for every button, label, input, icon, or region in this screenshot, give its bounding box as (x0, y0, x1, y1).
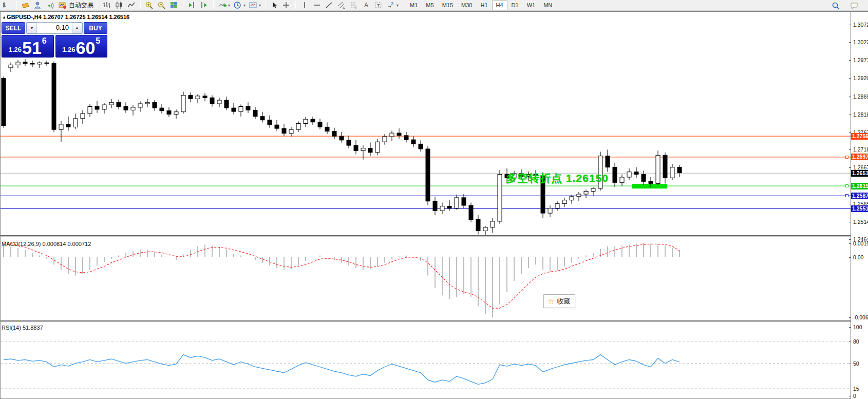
toolbar-separator (98, 1, 98, 9)
line-handle-1.2697[interactable] (845, 156, 848, 159)
line-chart-mode-button[interactable] (125, 1, 138, 10)
volume-decrease-button[interactable]: ▼ (27, 23, 37, 33)
macd-0.00-tick (849, 257, 851, 258)
symbol-ohlc-text: GBPUSD-,H4 1.26707 1.26725 1.26514 1.265… (7, 14, 129, 20)
highlight-zone[interactable] (632, 184, 667, 188)
price-1.3022-tick (849, 42, 851, 43)
vertical-line-button[interactable] (298, 1, 311, 10)
favorite-tooltip[interactable]: ☆ 收藏 (543, 294, 575, 308)
macd-panel-graphics (4, 242, 680, 317)
search-icon (832, 2, 841, 10)
timeframe-d1-button[interactable]: D1 (507, 1, 523, 10)
price-tag-1.2651: 1.2651 (851, 170, 868, 177)
buy-button[interactable]: BUY (84, 22, 107, 34)
price-1.3022-label: 1.3022 (853, 39, 868, 45)
chart-autoscroll-button[interactable] (198, 1, 211, 10)
rsi-80-label: 80 (853, 338, 859, 345)
macd-0.00154-label: 0.00154 (853, 240, 868, 246)
price-tag-1.2697: 1.2697 (851, 154, 868, 160)
tile-windows-button[interactable] (168, 1, 180, 10)
add-indicator-icon (218, 1, 227, 9)
rsi-80-tick (849, 341, 851, 342)
rsi-50-tick (849, 364, 851, 364)
buy-price-prefix: 1.26 (62, 46, 75, 53)
timeframe-m1-button[interactable]: M1 (406, 1, 422, 10)
bar-chart-mode-button[interactable] (101, 1, 113, 10)
toolbar-separator (403, 1, 403, 9)
line-handle-1.2615[interactable] (845, 184, 848, 187)
toolbar-separator (265, 1, 266, 9)
window-marker-icon: ▴ (3, 15, 5, 20)
mt4-terminal: 单自动交易▾▾▾EFAT▾M1M5M15M30H1H4D1W1MN ▴ GBPU… (0, 0, 868, 399)
timeframe-m30-button[interactable]: M30 (457, 1, 476, 10)
price-1.2920-label: 1.2920 (853, 75, 868, 81)
sell-button[interactable]: SELL (2, 22, 25, 34)
templates-button[interactable]: ▾ (247, 1, 262, 10)
fibonacci-button[interactable]: F (348, 1, 360, 10)
rsi-0-tick (849, 396, 851, 396)
svg-text:F: F (355, 6, 357, 9)
chart-autoscroll-icon (200, 1, 209, 9)
timeframe-m15-button[interactable]: M15 (438, 1, 457, 10)
timeframe-m5-button[interactable]: M5 (422, 1, 438, 10)
price-axis[interactable]: 1.30721.30221.29711.29201.28691.28181.27… (851, 12, 868, 399)
timeframe-mn-button[interactable]: MN (539, 1, 556, 10)
volume-increase-button[interactable]: ▲ (72, 23, 82, 33)
timeframe-w1-button[interactable]: W1 (523, 1, 540, 10)
shapes-icon (386, 1, 395, 9)
volume-input[interactable]: 0.10 (37, 23, 72, 33)
sell-quote-box[interactable]: 1.26 51 6 (2, 35, 54, 58)
chart-shift-button[interactable] (186, 1, 198, 10)
price-1.2920-tick (849, 78, 851, 79)
crosshair-icon (282, 1, 291, 9)
price-1.2667-tick (849, 167, 851, 168)
macd-panel-sizer[interactable] (1, 235, 868, 237)
toolbar-separator (140, 1, 141, 9)
timeframe-h4-button[interactable]: H4 (492, 1, 507, 10)
signal-button[interactable] (44, 1, 56, 10)
price-tag-1.2615: 1.2615 (851, 183, 868, 189)
accounts-button[interactable] (32, 1, 44, 10)
autotrading-icon (58, 1, 67, 9)
search-button[interactable] (830, 1, 842, 10)
horizontal-line-button[interactable] (311, 1, 323, 10)
svg-text:A: A (364, 2, 368, 9)
main-toolbar: 单自动交易▾▾▾EFAT▾M1M5M15M30H1H4D1W1MN (0, 0, 868, 11)
buy-price-big: 60 (76, 40, 96, 55)
buy-price-pip: 5 (96, 35, 100, 46)
equidistant-channel-button[interactable]: E (335, 1, 348, 10)
chart-annotation-text[interactable]: 多空转折点 1.26150 (506, 171, 609, 185)
rsi-panel-sizer[interactable] (1, 320, 868, 322)
price-1.2565-tick (849, 204, 851, 204)
order-partial-button[interactable]: 单 (2, 1, 14, 10)
trend-line-button[interactable] (323, 1, 335, 10)
shapes-button[interactable]: ▾ (385, 1, 400, 10)
chart-window[interactable]: ▴ GBPUSD-,H4 1.26707 1.26725 1.26514 1.2… (0, 11, 868, 399)
text-button[interactable]: A (360, 1, 372, 10)
add-indicator-button[interactable]: ▾ (216, 1, 232, 10)
sell-price-big: 51 (22, 40, 42, 55)
price-1.2718-label: 1.2718 (853, 146, 868, 153)
line-handle-1.2587[interactable] (845, 194, 848, 197)
one-click-trade-panel: SELL ▼ 0.10 ▲ BUY 1.26 51 6 1.26 60 5 (2, 22, 107, 58)
rsi-100-label: 100 (853, 324, 862, 330)
zoom-out-button[interactable] (156, 1, 168, 10)
modify-order-button[interactable] (20, 1, 32, 10)
crosshair-button[interactable] (280, 1, 293, 10)
rsi-label: RSI(14) 51.8837 (2, 325, 43, 331)
rsi-15-tick (849, 389, 851, 389)
candle-chart-mode-button[interactable] (113, 1, 125, 10)
chat-button[interactable] (848, 1, 861, 10)
zoom-in-button[interactable] (143, 1, 156, 10)
timeframe-h1-button[interactable]: H1 (476, 1, 492, 10)
rsi-panel-graphics (4, 355, 680, 385)
text-label-button[interactable]: T (372, 1, 385, 10)
autotrading-button[interactable]: 自动交易 (56, 1, 95, 10)
order-partial-icon: 单 (3, 1, 12, 9)
periods-button[interactable]: ▾ (232, 1, 247, 10)
cursor-button[interactable] (268, 1, 280, 10)
chart-canvas[interactable] (1, 12, 868, 399)
buy-quote-box[interactable]: 1.26 60 5 (55, 35, 108, 58)
chat-icon (850, 2, 859, 10)
signal-icon (46, 1, 55, 9)
